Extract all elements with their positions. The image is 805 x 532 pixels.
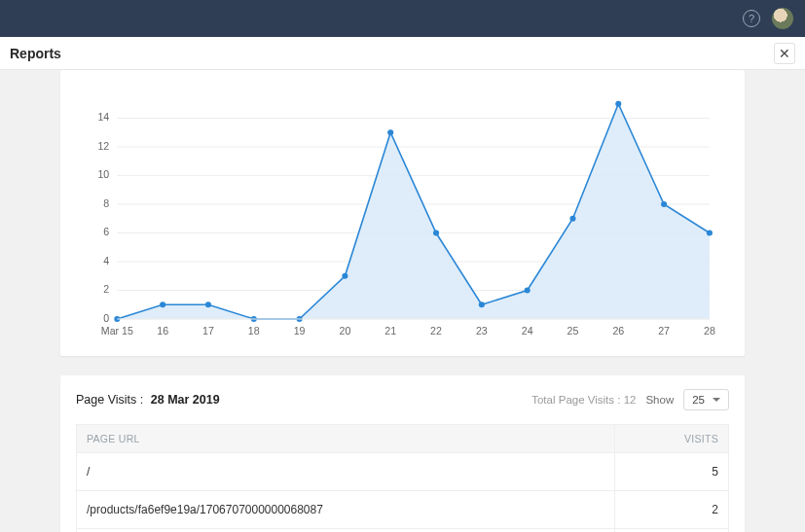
svg-point-32: [205, 301, 211, 307]
chart-svg: 02468101214 Mar 151617181920212223242526…: [88, 82, 717, 346]
total-page-visits: Total Page Visits : 12: [531, 394, 636, 406]
svg-point-36: [387, 129, 393, 135]
svg-point-41: [615, 101, 621, 107]
svg-point-39: [525, 288, 531, 294]
content: 02468101214 Mar 151617181920212223242526…: [0, 70, 805, 532]
cell-visits: 5: [614, 453, 728, 491]
col-url: PAGE URL: [77, 425, 615, 453]
avatar[interactable]: [772, 8, 793, 29]
svg-point-42: [661, 201, 667, 207]
cell-visits: 2: [614, 491, 728, 529]
svg-text:28: 28: [704, 325, 715, 337]
cell-url: /signin: [77, 529, 615, 533]
svg-text:12: 12: [97, 140, 109, 152]
page-visits-table: PAGE URL VISITS /5/products/fa6ef9e19a/1…: [76, 424, 729, 532]
topbar: ?: [0, 0, 805, 37]
help-icon[interactable]: ?: [743, 10, 760, 27]
svg-text:16: 16: [157, 325, 168, 337]
show-label: Show: [645, 394, 674, 406]
page-visits-date: 28 Mar 2019: [151, 393, 220, 407]
svg-text:8: 8: [103, 197, 109, 209]
page-visits-header: Page Visits : 28 Mar 2019 Total Page Vis…: [76, 389, 729, 410]
close-icon: ✕: [779, 46, 790, 61]
svg-text:23: 23: [476, 325, 488, 337]
svg-point-37: [433, 231, 439, 236]
svg-text:2: 2: [103, 284, 109, 296]
svg-text:4: 4: [103, 255, 109, 266]
page-title: Reports: [10, 46, 61, 61]
svg-text:0: 0: [103, 312, 109, 324]
svg-point-40: [569, 216, 575, 222]
svg-point-35: [342, 273, 348, 279]
close-button[interactable]: ✕: [774, 43, 795, 64]
page-visits-controls: Total Page Visits : 12 Show 25: [531, 389, 729, 410]
chart-area: 02468101214 Mar 151617181920212223242526…: [88, 82, 717, 346]
svg-text:Mar 15: Mar 15: [101, 325, 133, 337]
svg-text:19: 19: [294, 325, 306, 337]
panel-header: Reports ✕: [0, 37, 805, 70]
svg-text:27: 27: [658, 325, 670, 337]
svg-text:18: 18: [248, 325, 260, 337]
table-row[interactable]: /products/fa6ef9e19a/1706707000000068087…: [77, 491, 729, 529]
svg-point-38: [479, 301, 485, 307]
page-visits-card: Page Visits : 28 Mar 2019 Total Page Vis…: [60, 375, 745, 532]
cell-url: /products/fa6ef9e19a/1706707000000068087: [77, 491, 615, 529]
page-size-select[interactable]: 25: [683, 389, 729, 410]
col-visits: VISITS: [614, 425, 728, 453]
svg-text:24: 24: [522, 325, 533, 337]
svg-point-31: [160, 301, 165, 307]
page-visits-title: Page Visits : 28 Mar 2019: [76, 393, 220, 407]
svg-text:21: 21: [384, 325, 396, 337]
svg-text:25: 25: [567, 325, 579, 337]
svg-point-43: [707, 231, 713, 236]
cell-url: /: [77, 453, 615, 491]
chart-card: 02468101214 Mar 151617181920212223242526…: [60, 70, 745, 356]
page-visits-label: Page Visits :: [76, 393, 143, 407]
table-row[interactable]: /5: [77, 453, 729, 491]
table-row[interactable]: /signin2: [77, 529, 729, 533]
svg-text:6: 6: [103, 227, 109, 238]
page-size-value: 25: [692, 394, 705, 406]
svg-text:20: 20: [340, 325, 351, 337]
chevron-down-icon: [713, 398, 720, 402]
svg-text:22: 22: [430, 325, 442, 337]
svg-text:26: 26: [612, 325, 624, 337]
svg-text:10: 10: [97, 169, 109, 181]
svg-text:14: 14: [97, 112, 109, 124]
cell-visits: 2: [614, 529, 728, 533]
svg-text:17: 17: [202, 325, 214, 337]
